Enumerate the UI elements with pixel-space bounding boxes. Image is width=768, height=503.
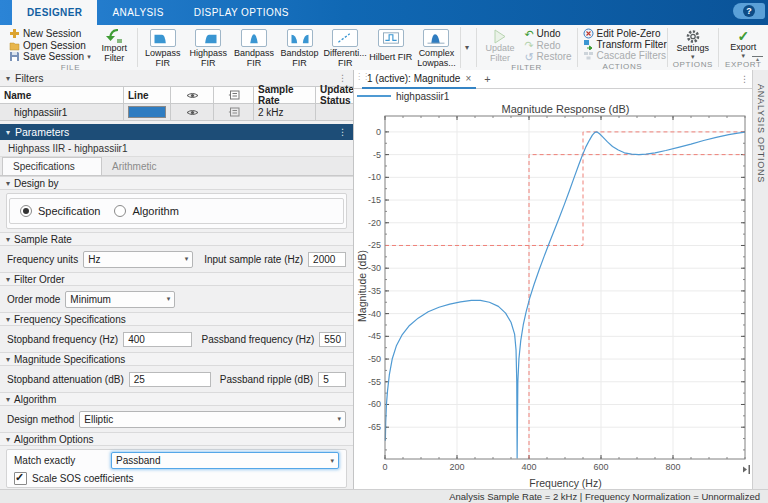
filter-row-line-cell[interactable] [124, 104, 171, 121]
lowpass-fir-button[interactable]: Lowpass FIR [141, 27, 185, 68]
sample-rate-section-header[interactable]: ▾ Sample Rate [0, 232, 353, 246]
parameters-panel-menu-icon[interactable]: ⋮ [338, 127, 347, 137]
close-tab-icon[interactable]: × [465, 73, 471, 84]
restore-button[interactable]: ↺ Restore [522, 51, 573, 62]
filter-row-visibility-toggle[interactable] [171, 104, 214, 121]
svg-text:800: 800 [665, 462, 680, 472]
hilbert-fir-button[interactable]: Hilbert FIR [369, 27, 413, 68]
update-filter-button[interactable]: Update Filter [480, 27, 521, 63]
bandstop-fir-button[interactable]: Bandstop FIR [278, 27, 322, 68]
filter-row-legend-toggle[interactable] [214, 104, 254, 121]
complex-lowpass-button[interactable]: Complex Lowpas... [415, 27, 459, 68]
order-mode-select[interactable]: Minimum ▾ [65, 291, 175, 308]
differentiator-fir-button[interactable]: Differenti... FIR [323, 27, 367, 68]
passband-ripple-field[interactable]: 5 [318, 372, 346, 387]
parameters-panel-header[interactable]: ▾ Parameters ⋮ [0, 124, 353, 140]
specification-radio[interactable] [20, 205, 32, 217]
lowpass-fir-icon [150, 29, 176, 47]
import-filter-button[interactable]: Import Filter [95, 27, 134, 63]
plot-legend: highpassiir1 [354, 89, 753, 103]
settings-dropdown-icon[interactable]: ▾ [691, 54, 695, 60]
save-session-label: Save Session [23, 51, 84, 62]
lowpass-fir-label-2: FIR [155, 59, 170, 69]
frequency-specs-section-header[interactable]: ▾ Frequency Specifications [0, 312, 353, 326]
undo-icon: ↶ [524, 29, 533, 39]
response-gallery-dropdown[interactable]: ▾ [460, 27, 472, 68]
passband-frequency-field[interactable]: 550 [319, 332, 346, 347]
stopband-attenuation-field[interactable]: 25 [129, 372, 211, 387]
col-header-line: Line [124, 86, 171, 104]
complex-lowpass-label-2: Lowpas... [417, 59, 456, 69]
svg-text:200: 200 [449, 462, 464, 472]
collapse-axes-icon[interactable] [742, 465, 751, 474]
frequency-units-select[interactable]: Hz ▾ [83, 251, 193, 268]
passband-ripple-value: 5 [323, 374, 329, 385]
tag-icon [228, 107, 240, 117]
stopband-frequency-field[interactable]: 400 [123, 332, 192, 347]
ribbon: New Session Open Session Save Session ▾ … [0, 25, 768, 71]
filter-order-section-header[interactable]: ▾ Filter Order [0, 272, 353, 286]
tab-specifications[interactable]: Specifications [2, 157, 102, 175]
plot-panel-menu-icon[interactable]: ⋮ [740, 74, 749, 84]
filters-panel-menu-icon[interactable]: ⋮ [338, 73, 347, 83]
panel-drag-handle-icon[interactable]: ⋮⋮ [355, 72, 369, 81]
tab-arithmetic[interactable]: Arithmetic [102, 158, 200, 175]
eye-icon [186, 91, 199, 100]
line-swatch[interactable] [128, 106, 166, 118]
algorithm-radio[interactable] [114, 205, 126, 217]
svg-text:-45: -45 [368, 331, 381, 341]
scale-sos-checkbox[interactable] [14, 472, 27, 485]
edit-pole-zero-button[interactable]: Edit Pole-Zero [581, 28, 669, 39]
options-section-label: OPTIONS [668, 60, 717, 70]
cascade-filters-label: Cascade Filters [597, 50, 666, 61]
new-session-button[interactable]: New Session [7, 28, 93, 39]
collapse-caret-icon: ▾ [6, 275, 10, 284]
parameters-subtitle: Highpass IIR - highpassiir1 [0, 140, 353, 157]
input-sample-rate-field[interactable]: 2000 [308, 252, 346, 267]
svg-text:600: 600 [593, 462, 608, 472]
collapse-ribbon-button[interactable]: ▴ [752, 56, 763, 62]
new-session-icon [9, 28, 20, 39]
filter-row-name[interactable]: highpassiir1 [0, 104, 124, 121]
algorithm-section-header[interactable]: ▾ Algorithm [0, 392, 353, 406]
magnitude-plot-tab[interactable]: 1 (active): Magnitude × [362, 69, 476, 89]
svg-text:-10: -10 [368, 172, 381, 182]
undo-button[interactable]: ↶ Undo [522, 28, 573, 39]
export-dropdown-icon[interactable]: ▾ [742, 53, 746, 59]
help-button[interactable]: ? [733, 3, 765, 19]
chart-canvas[interactable]: 02004006008000-5-10-15-20-25-30-35-40-45… [354, 102, 752, 489]
bandpass-fir-button[interactable]: Bandpass FIR [232, 27, 276, 68]
cascade-filters-button[interactable]: Cascade Filters [581, 50, 669, 61]
import-filter-label-2: Filter [104, 54, 124, 64]
redo-label: Redo [537, 40, 561, 51]
parameters-panel-title: Parameters [15, 126, 69, 138]
redo-button[interactable]: ↷ Redo [522, 40, 573, 51]
tab-display-options[interactable]: DISPLAY OPTIONS [179, 0, 304, 25]
transform-filter-button[interactable]: Transform Filter [581, 39, 669, 50]
design-by-section-header[interactable]: ▾ Design by [0, 176, 353, 190]
design-method-select[interactable]: Elliptic ▾ [79, 411, 346, 428]
differentiator-fir-label-2: FIR [338, 59, 353, 69]
algorithm-options-section-header[interactable]: ▾ Algorithm Options [0, 432, 353, 446]
legend-line-sample [357, 95, 391, 97]
collapse-caret-icon: ▾ [6, 435, 10, 444]
toolstrip-tabbar: DESIGNER ANALYSIS DISPLAY OPTIONS ? [0, 0, 768, 25]
svg-text:0: 0 [382, 462, 387, 472]
frequency-units-label: Frequency units [7, 254, 78, 265]
highpass-fir-button[interactable]: Highpass FIR [186, 27, 230, 68]
open-session-button[interactable]: Open Session [7, 40, 93, 51]
tab-designer[interactable]: DESIGNER [12, 0, 97, 25]
plot-tabbar: ⋮⋮ 1 (active): Magnitude × + ⋮ [354, 70, 753, 89]
frequency-specs-title: Frequency Specifications [14, 314, 126, 325]
tab-analysis[interactable]: ANALYSIS [97, 0, 178, 25]
algorithm-options-body: Match exactly Passband ▾ Scale SOS coeff… [6, 449, 347, 488]
magnitude-specs-section-header[interactable]: ▾ Magnitude Specifications [0, 352, 353, 366]
update-filter-label-2: Filter [490, 54, 510, 64]
restore-icon: ↺ [524, 52, 533, 62]
match-exactly-select[interactable]: Passband ▾ [111, 452, 339, 469]
settings-button[interactable]: Settings ▾ [671, 27, 714, 60]
save-session-dropdown-icon[interactable]: ▾ [87, 54, 91, 60]
add-plot-tab-button[interactable]: + [484, 73, 490, 85]
save-session-button[interactable]: Save Session ▾ [7, 51, 93, 62]
analysis-options-strip[interactable]: ANALYSIS OPTIONS [752, 70, 768, 490]
